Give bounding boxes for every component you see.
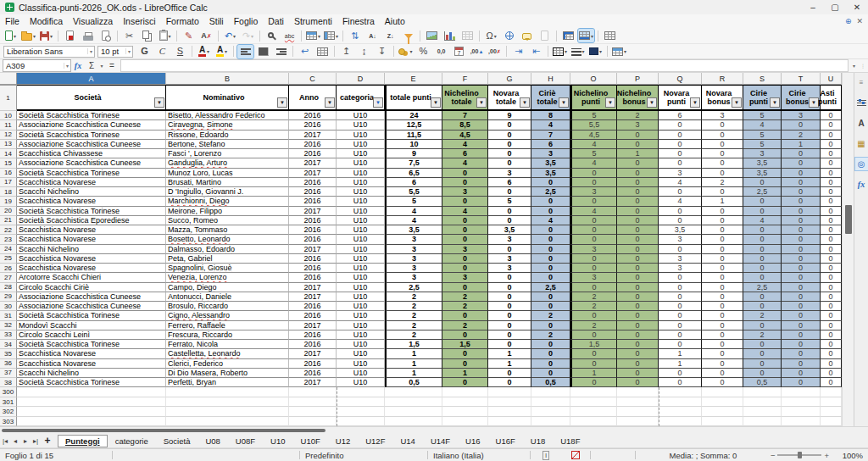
cell[interactable]: 2016 <box>289 359 337 369</box>
autofilter-button-c[interactable]: ▼ <box>325 97 335 108</box>
cell[interactable]: 0 <box>442 264 488 273</box>
first-sheet-icon[interactable]: |◂ <box>0 437 10 445</box>
show-grid-button[interactable] <box>602 29 618 42</box>
cell[interactable]: 0 <box>617 292 659 302</box>
cell[interactable]: 0 <box>702 131 743 140</box>
cell[interactable]: 0 <box>659 131 702 140</box>
undo-button[interactable]: ↶▾ <box>222 29 238 42</box>
cell[interactable]: U10 <box>337 207 385 216</box>
cell[interactable]: Castelletta, Leonardo <box>166 349 289 358</box>
cell[interactable]: U10 <box>337 340 385 349</box>
cell[interactable]: 0 <box>743 340 782 349</box>
cell[interactable]: 0 <box>782 369 821 378</box>
name-box[interactable]: A309 ▾ <box>3 59 71 72</box>
cell[interactable]: Ciravegna, Simone <box>166 120 289 130</box>
zoom-slider[interactable]: − + <box>771 451 829 460</box>
cell[interactable]: 0 <box>782 235 821 244</box>
cell[interactable]: 2,5 <box>385 283 442 292</box>
cell[interactable]: Venezia, Lorenzo <box>166 273 289 282</box>
cell[interactable] <box>531 387 570 397</box>
cell[interactable]: 2016 <box>289 216 337 225</box>
cell[interactable]: 0 <box>702 149 743 158</box>
cell[interactable]: 1 <box>617 149 659 158</box>
cell[interactable]: 2016 <box>289 111 337 120</box>
cell[interactable]: 0 <box>617 140 659 149</box>
cell[interactable]: 4 <box>385 207 442 216</box>
cell[interactable]: 3 <box>659 254 702 264</box>
cell[interactable]: 3 <box>743 149 782 158</box>
header-cell-cirie-punti[interactable]: Cirie punti▼ <box>743 85 782 111</box>
cell[interactable]: 0 <box>821 254 842 264</box>
cell[interactable]: 1 <box>702 197 743 206</box>
cell[interactable]: U10 <box>337 330 385 340</box>
cell[interactable]: 0 <box>617 311 659 320</box>
cell[interactable]: 0 <box>743 225 782 235</box>
cell[interactable]: 2016 <box>289 140 337 149</box>
cell[interactable]: 2 <box>531 330 570 340</box>
cell[interactable]: 1 <box>659 359 702 369</box>
row-header-17[interactable]: 17 <box>0 178 17 187</box>
cell[interactable]: 2,5 <box>743 283 782 292</box>
cell[interactable]: 0 <box>743 369 782 378</box>
cell[interactable]: 0 <box>743 302 782 311</box>
cell[interactable]: 0 <box>702 245 743 254</box>
cell[interactable]: 0 <box>617 340 659 349</box>
cell[interactable]: 0 <box>782 283 821 292</box>
column-header-s[interactable]: S <box>743 73 782 85</box>
cell[interactable]: 6 <box>488 178 531 187</box>
autofilter-button-e[interactable]: ▼ <box>431 97 441 108</box>
cell[interactable]: 0 <box>821 178 842 187</box>
cell[interactable]: 3,5 <box>659 225 702 235</box>
horizontal-scrollbar[interactable] <box>0 426 868 434</box>
cell[interactable]: 2016 <box>289 340 337 349</box>
cell[interactable]: Associazione Scacchistica Cuneese <box>17 120 166 130</box>
cell[interactable] <box>743 387 782 397</box>
cell[interactable]: 0 <box>821 169 842 178</box>
cell[interactable]: 0 <box>659 187 702 197</box>
cell[interactable]: U10 <box>337 149 385 158</box>
hyperlink-button[interactable] <box>501 29 517 42</box>
sort-button[interactable]: ⇅ <box>347 29 363 42</box>
cell[interactable]: 2017 <box>289 131 337 140</box>
cell[interactable]: 0 <box>743 178 782 187</box>
cell[interactable]: 0 <box>821 158 842 168</box>
zoom-track[interactable] <box>777 454 821 456</box>
cell[interactable]: 1 <box>659 349 702 358</box>
cell[interactable]: 4 <box>385 216 442 225</box>
insert-image-button[interactable] <box>424 29 440 42</box>
cell[interactable]: 0 <box>821 330 842 340</box>
cell[interactable]: 0 <box>531 302 570 311</box>
cell[interactable]: 3 <box>488 264 531 273</box>
row-header-38[interactable]: 38 <box>0 378 17 387</box>
row-header-300[interactable]: 300 <box>0 387 17 397</box>
sheet-tab-u12f[interactable]: U12F <box>359 436 392 447</box>
cell[interactable]: 0 <box>488 283 531 292</box>
sheet-tab-u14f[interactable]: U14F <box>424 436 457 447</box>
increase-indent-button[interactable]: ⇥ <box>510 45 526 58</box>
cell[interactable]: 2016 <box>289 197 337 206</box>
insert-rows-button[interactable]: ▾ <box>305 29 321 42</box>
cell[interactable]: 3 <box>442 273 488 282</box>
underline-button[interactable]: S <box>172 45 188 58</box>
cell[interactable]: 8,5 <box>442 120 488 130</box>
cell[interactable]: Arcotorre Scacchi Chieri <box>17 273 166 282</box>
cell[interactable]: 0,5 <box>743 378 782 387</box>
cell[interactable]: U10 <box>337 111 385 120</box>
cell[interactable]: Scacchistica Novarese <box>17 197 166 206</box>
cell[interactable]: U10 <box>337 187 385 197</box>
cell[interactable]: 2 <box>385 292 442 302</box>
cell[interactable]: Fasci ', Lorenzo <box>166 149 289 158</box>
cell[interactable]: 3 <box>531 149 570 158</box>
cell[interactable]: 3,5 <box>743 169 782 178</box>
cell[interactable]: 0 <box>617 178 659 187</box>
row-header-303[interactable]: 303 <box>0 417 17 426</box>
minimize-button[interactable]: – <box>802 0 824 14</box>
cell[interactable]: 2017 <box>289 292 337 302</box>
cell[interactable]: 0 <box>442 178 488 187</box>
cell[interactable]: 0 <box>743 197 782 206</box>
cell[interactable]: 4 <box>743 120 782 130</box>
cell[interactable]: 0 <box>743 292 782 302</box>
sort-descending-button[interactable]: Z↓ <box>382 29 398 42</box>
cell[interactable]: 0 <box>488 149 531 158</box>
cell[interactable]: 0 <box>488 187 531 197</box>
